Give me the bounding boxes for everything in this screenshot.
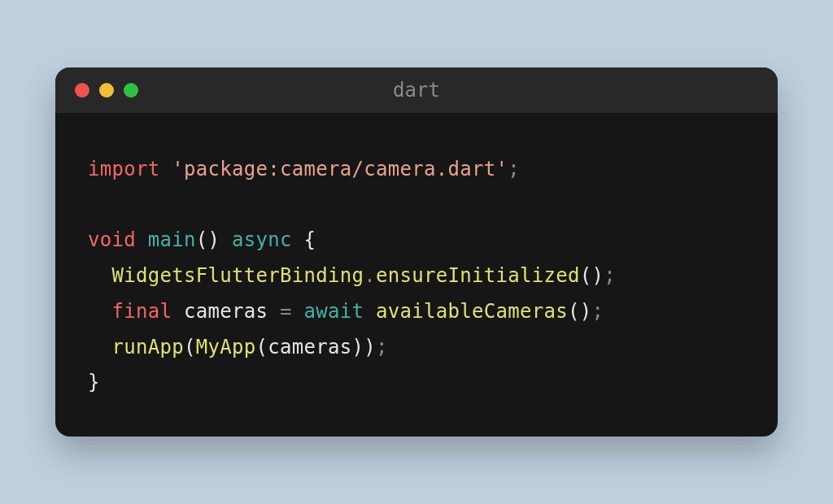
string-literal: 'package:camera/camera.dart' [172, 158, 508, 180]
argument: cameras [268, 336, 351, 358]
equals: = [280, 300, 292, 323]
paren-open: ( [580, 264, 592, 287]
function-call: availableCameras [376, 300, 568, 323]
paren-close: ) [352, 336, 364, 358]
code-line: runApp(MyApp(cameras)); [88, 330, 745, 366]
maximize-icon[interactable] [124, 83, 138, 98]
semicolon: ; [508, 158, 520, 180]
semicolon: ; [604, 264, 616, 287]
method-call: ensureInitialized [376, 264, 580, 287]
keyword-import: import [88, 158, 160, 180]
code-line: void main() async { [88, 223, 745, 259]
close-icon[interactable] [75, 83, 89, 98]
code-line: } [88, 365, 745, 401]
function-call: runApp [112, 336, 185, 358]
code-line: import 'package:camera/camera.dart'; [88, 152, 745, 188]
brace-open: { [304, 228, 316, 251]
code-line: final cameras = await availableCameras()… [88, 294, 745, 330]
semicolon: ; [592, 300, 604, 323]
code-line: WidgetsFlutterBinding.ensureInitialized(… [88, 259, 745, 294]
paren-close: ) [591, 264, 604, 287]
identifier: WidgetsFlutterBinding [112, 264, 364, 287]
paren-close: ) [580, 300, 592, 323]
variable: cameras [184, 300, 268, 323]
paren-open: ( [196, 228, 208, 251]
paren-close: ) [364, 336, 376, 358]
function-main: main [148, 228, 196, 251]
brace-close: } [88, 371, 100, 393]
semicolon: ; [376, 336, 388, 358]
minimize-icon[interactable] [99, 83, 114, 98]
code-area[interactable]: import 'package:camera/camera.dart'; voi… [55, 113, 778, 437]
code-window: dart import 'package:camera/camera.dart'… [55, 67, 778, 437]
window-title: dart [393, 79, 440, 102]
keyword-await: await [304, 300, 364, 323]
class-name: MyApp [196, 336, 256, 358]
keyword-void: void [88, 228, 136, 251]
paren-open: ( [568, 300, 580, 323]
keyword-async: async [232, 228, 292, 251]
dot: . [364, 264, 376, 287]
paren-open: ( [184, 336, 196, 358]
keyword-final: final [112, 300, 172, 323]
paren-open: ( [256, 336, 268, 358]
blank-line [88, 188, 745, 224]
traffic-lights [75, 83, 138, 98]
titlebar: dart [55, 67, 778, 113]
paren-close: ) [208, 228, 220, 251]
